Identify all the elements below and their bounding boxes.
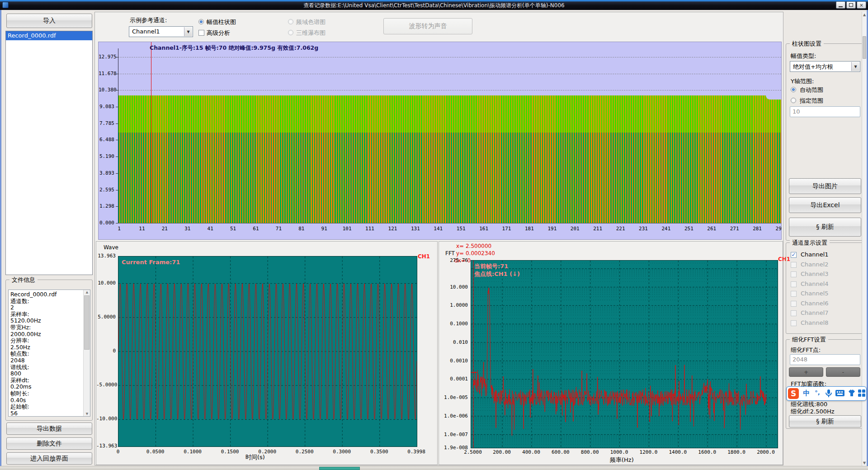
checkbox-advanced-analysis[interactable] (198, 30, 204, 36)
taskbar-item[interactable] (319, 467, 360, 470)
amplitude-bar-chart[interactable]: 0.0001.2982.5953.8935.1906.4887.7859.083… (98, 42, 782, 240)
fft-points-minus-button[interactable]: - (826, 367, 860, 377)
scrollbar-down-icon[interactable]: ▼ (862, 461, 867, 465)
channel-checkbox-channel3[interactable] (791, 271, 797, 277)
scrollbar-up-icon[interactable]: ▲ (84, 290, 90, 294)
bar-gridline (118, 74, 781, 74)
bar-x-tick-label: 41 (202, 226, 218, 232)
chevron-down-icon[interactable]: ▼ (851, 62, 859, 71)
wave-to-sound-button[interactable]: 波形转为声音 (383, 18, 472, 34)
fft-x-tick-label: 1600.0 (696, 449, 718, 455)
file-info-line: 2 (10, 304, 14, 311)
ime-logo-icon[interactable]: S (788, 388, 799, 399)
maximize-button[interactable] (846, 1, 856, 9)
channel-checkbox-label: Channel4 (801, 280, 829, 287)
bar-x-tick-label: 181 (521, 226, 538, 232)
channel-checkbox-label: Channel5 (801, 290, 829, 297)
wave-x-tick-label: 0.3998 (407, 449, 425, 455)
channel-checkbox-channel8[interactable] (791, 320, 797, 326)
file-info-scrollbar-thumb[interactable] (84, 295, 90, 350)
fft-points-input[interactable]: 2048 (790, 354, 860, 365)
channel-checkbox-channel2[interactable] (791, 262, 797, 268)
wave-x-tick-label: 0.3500 (370, 449, 388, 455)
channel-checkbox-channel5[interactable] (791, 291, 797, 297)
channel-select[interactable]: Channel1 ▼ (129, 26, 193, 37)
import-button[interactable]: 导入 (6, 14, 92, 28)
file-info-scrollbar[interactable]: ▲▼ (83, 290, 90, 416)
radio-waterfall[interactable] (288, 30, 293, 35)
bar-x-tick-label: 231 (635, 226, 651, 232)
fft-plot[interactable] (471, 260, 778, 448)
refresh-fft-label: § 刷新 (816, 418, 834, 426)
channel-checkbox-channel7[interactable] (791, 310, 797, 316)
channel-checkbox-channel6[interactable] (791, 301, 797, 307)
radio-waterfall-label: 三维瀑布图 (296, 29, 326, 37)
scrollbar-up-icon[interactable]: ▲ (862, 13, 867, 17)
bar-y-tick-label: 10.380 (99, 87, 114, 93)
bar-x-tick-label: 1 (111, 226, 127, 232)
refresh-fft-button[interactable]: § 刷新 (789, 415, 861, 427)
chevron-down-icon[interactable]: ▼ (184, 27, 192, 36)
fft-y-tick-label: 275.76 (439, 257, 468, 263)
chinese-mode-icon[interactable]: 中 (802, 389, 811, 398)
fft-points-plus-button[interactable]: + (789, 367, 823, 377)
file-list-item[interactable]: Record_0000.rdf (6, 31, 92, 40)
wave-plot[interactable] (118, 256, 417, 447)
channel-checkbox-channel1[interactable]: ✓ (791, 252, 797, 258)
fft-y-tick-label: 10.000 (439, 284, 468, 290)
fft-y-tick-label: 1.0e-005 (439, 394, 468, 400)
application-window: 查看记录数据:E:\United Vsa\Client\CtrTest\Test… (0, 0, 868, 470)
bar-cursor-line[interactable] (151, 42, 151, 223)
bar-x-tick-label: 251 (681, 226, 697, 232)
punctuation-icon[interactable]: °, (813, 389, 822, 398)
toolbox-icon[interactable] (858, 389, 865, 397)
radio-spectrogram[interactable] (288, 19, 293, 24)
fft-x-tick-label: 2000.0 (755, 449, 777, 455)
wave-x-tick-label: 0.2500 (296, 449, 314, 455)
fft-y-tick-label: 0.010 (439, 339, 468, 345)
bar-baseline (118, 223, 781, 223)
minimize-button[interactable] (836, 1, 845, 9)
radio-manual-range[interactable] (791, 98, 796, 103)
bar-series-rms (118, 133, 781, 223)
maximize-icon (849, 3, 853, 7)
file-info-line: 800 (10, 370, 21, 377)
bar-gridline (118, 90, 781, 90)
channel-checkbox-channel4[interactable] (791, 281, 797, 287)
playback-button[interactable]: 进入回放界面 (6, 452, 92, 465)
refresh-bar-button[interactable]: § 刷新 (789, 218, 861, 237)
export-image-button[interactable]: 导出图片 (789, 178, 861, 194)
scrollbar-down-icon[interactable]: ▼ (84, 412, 90, 416)
export-excel-button[interactable]: 导出Excel (789, 197, 861, 213)
microphone-icon[interactable] (825, 389, 833, 398)
file-info-list[interactable]: Record_0000.rdf通道数:2采样率:5120.00Hz带宽Hz:20… (8, 290, 90, 417)
minimize-icon (839, 6, 843, 7)
bar-y-tick-label: 5.190 (99, 153, 114, 159)
delete-file-button[interactable]: 删除文件 (6, 437, 92, 450)
wave-y-tick-label: 10.000 (96, 280, 116, 286)
bar-x-tick-label: 191 (544, 226, 560, 232)
export-data-button[interactable]: 导出数据 (6, 423, 92, 435)
ime-toolbar[interactable]: S 中 °, (786, 386, 867, 401)
title-bar: 查看记录数据:E:\United Vsa\Client\CtrTest\Test… (0, 0, 868, 10)
range-value-input[interactable]: 10 (790, 106, 860, 117)
radio-auto-range[interactable] (791, 87, 796, 92)
amp-type-select[interactable]: 绝对值+均方根 ▼ (790, 61, 860, 72)
taskbar[interactable] (0, 466, 868, 470)
bar-x-tick-label: 271 (726, 226, 743, 232)
keyboard-icon[interactable] (835, 389, 844, 397)
wave-channel-label: CH1 (418, 253, 430, 260)
radio-amplitude-bar[interactable] (198, 19, 204, 24)
file-list[interactable]: Record_0000.rdf (5, 31, 93, 275)
wave-x-tick-label: 0.0500 (146, 449, 165, 455)
export-excel-label: 导出Excel (810, 201, 840, 209)
bar-x-tick-label: 61 (248, 226, 264, 232)
fft-x-tick-label: 800.00 (579, 449, 601, 455)
right-scrollbar-thumb[interactable] (863, 36, 866, 59)
channel-select-label: 示例参考通道: (130, 16, 167, 24)
close-button[interactable]: × (857, 1, 866, 9)
skin-icon[interactable] (847, 389, 856, 397)
bar-x-tick-label: 221 (613, 226, 629, 232)
radio-auto-range-label: 自动范围 (800, 86, 823, 94)
amp-type-value: 绝对值+均方根 (793, 63, 833, 71)
